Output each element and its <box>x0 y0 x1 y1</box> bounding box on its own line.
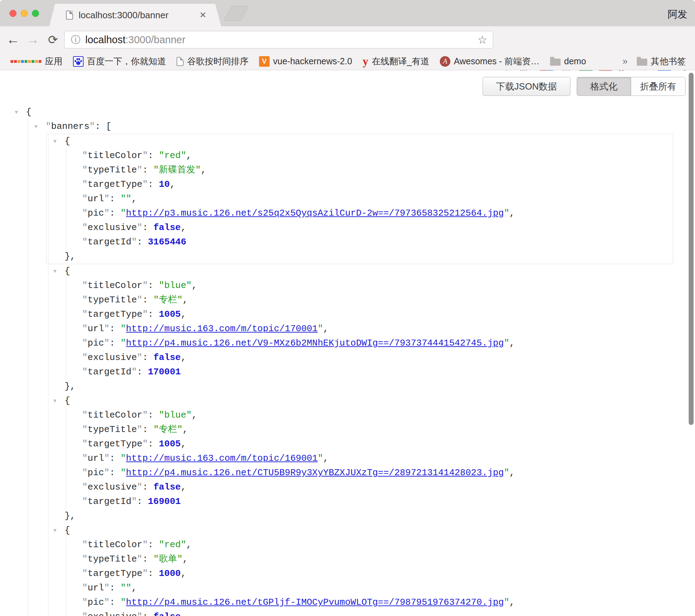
tab-title: localhost:3000/banner <box>79 10 168 21</box>
json-token-s: "red" <box>159 539 186 550</box>
browser-tab[interactable]: localhost:3000/banner ✕ <box>49 4 221 26</box>
json-token-q: " <box>137 352 143 363</box>
scrollbar-thumb[interactable] <box>689 73 694 425</box>
bookmark-google-sort[interactable]: 谷歌按时间排序 <box>177 55 249 67</box>
json-token-s: " <box>318 323 323 334</box>
json-token-k: pic <box>88 467 104 478</box>
json-token-k: typeTitle <box>88 554 137 564</box>
json-line: "pic": "http://p3.music.126.net/s25q2x5Q… <box>82 206 673 221</box>
json-token-p: : <box>143 554 153 564</box>
json-line: }, <box>65 379 695 394</box>
new-tab-button[interactable] <box>223 6 249 21</box>
json-token-q: " <box>82 467 88 478</box>
json-link[interactable]: http://p4.music.126.net/V9-MXz6b2MNhEKju… <box>126 338 504 348</box>
json-token-q: " <box>104 194 110 204</box>
json-link[interactable]: http://music.163.com/m/topic/169001 <box>126 453 318 464</box>
json-array-item-highlighted: ▼{"titleColor": "red","typeTitle": "新碟首发… <box>46 134 673 264</box>
json-token-k: pic <box>88 208 104 218</box>
json-link[interactable]: http://p4.music.126.net/CTU5B9R9y3XyYBZX… <box>126 467 504 478</box>
window-minimize-button[interactable] <box>21 10 28 17</box>
json-token-n: 10 <box>159 179 170 190</box>
url-text: localhost:3000/banner <box>85 34 185 46</box>
toolbar: ← → ⟳ ⓘ localhost:3000/banner ☆ 英 ⤴ en F… <box>0 26 695 53</box>
json-token-p: : <box>148 179 159 190</box>
collapse-toggle-icon[interactable]: ▼ <box>53 394 57 408</box>
json-token-p: , <box>181 222 186 233</box>
json-line: ▼{ <box>65 394 695 408</box>
page-icon <box>66 11 73 20</box>
json-token-p: : <box>143 165 153 175</box>
json-token-k: url <box>88 453 104 464</box>
window-close-button[interactable] <box>9 10 16 17</box>
json-link[interactable]: http://p4.music.126.net/tGPljf-IMOCyPvum… <box>126 597 504 608</box>
json-token-q: " <box>131 496 137 507</box>
bookmark-star-icon[interactable]: ☆ <box>477 33 487 46</box>
tab-bar: localhost:3000/banner ✕ 阿发 <box>0 0 695 26</box>
window-zoom-button[interactable] <box>32 10 39 17</box>
json-array-item: ▼{"titleColor": "blue","typeTitle": "专栏"… <box>46 264 695 394</box>
info-icon[interactable]: ⓘ <box>71 33 80 46</box>
json-token-q: " <box>82 208 88 218</box>
address-bar[interactable]: ⓘ localhost:3000/banner ☆ <box>64 31 493 48</box>
json-link[interactable]: http://p3.music.126.net/s25q2x5QyqsAzilC… <box>126 208 504 218</box>
json-token-k: titleColor <box>88 280 143 291</box>
awesomes-icon: A <box>440 56 450 67</box>
bookmark-apps[interactable]: 应用 <box>11 55 62 67</box>
tab-close-icon[interactable]: ✕ <box>199 10 206 20</box>
document-icon <box>177 57 184 66</box>
json-token-k: exclusive <box>88 611 137 616</box>
json-line: "titleColor": "blue", <box>82 408 695 422</box>
json-token-p: , <box>181 352 186 363</box>
json-token-s: " <box>120 323 126 334</box>
json-token-k: titleColor <box>88 410 143 420</box>
json-line: "url": "http://music.163.com/m/topic/170… <box>82 322 695 336</box>
json-token-s: "歌单" <box>153 554 183 564</box>
json-token-n: 170001 <box>148 367 181 377</box>
json-line: "titleColor": "red", <box>82 538 695 552</box>
json-token-k: banners <box>51 121 90 132</box>
json-link[interactable]: http://music.163.com/m/topic/170001 <box>126 323 318 334</box>
bookmark-baidu[interactable]: 百度一下，你就知道 <box>73 55 166 67</box>
json-token-p: { <box>65 525 70 536</box>
other-bookmarks-folder[interactable]: 其他书签 <box>637 55 686 67</box>
json-token-k: pic <box>88 597 104 608</box>
json-token-q: " <box>82 352 88 363</box>
json-token-q: " <box>143 309 148 320</box>
json-token-s: "" <box>120 194 131 204</box>
collapse-toggle-icon[interactable]: ▼ <box>15 105 18 120</box>
url-path: :3000/banner <box>125 34 185 45</box>
json-token-p: : <box>137 367 148 377</box>
json-token-k: url <box>88 323 104 334</box>
json-token-n: 1005 <box>159 439 180 449</box>
back-icon[interactable]: ← <box>5 26 21 53</box>
json-token-p: : <box>148 439 159 449</box>
bookmark-youdao[interactable]: y 在线翻译_有道 <box>363 55 429 68</box>
json-token-p: , <box>509 338 515 348</box>
json-token-k: exclusive <box>88 222 137 233</box>
json-token-p: : <box>148 150 159 161</box>
bookmark-vue-hackernews[interactable]: V vue-hackernews-2.0 <box>259 56 352 67</box>
json-token-q: " <box>137 424 143 435</box>
json-token-q: " <box>143 280 148 291</box>
json-tree: ▼{▼"banners": [▼{"titleColor": "red","ty… <box>0 105 695 616</box>
collapse-toggle-icon[interactable]: ▼ <box>53 524 57 538</box>
json-line: "typeTitle": "新碟首发", <box>82 163 673 177</box>
bookmarks-overflow-icon[interactable]: » <box>623 56 628 67</box>
json-token-q: " <box>82 309 88 320</box>
collapse-toggle-icon[interactable]: ▼ <box>53 264 57 279</box>
json-token-s: " <box>120 467 126 478</box>
json-token-p: : <box>148 410 159 420</box>
bookmark-awesomes[interactable]: A Awesomes - 前端资… <box>440 55 540 67</box>
browser-user-name: 阿发 <box>668 8 687 21</box>
reload-icon[interactable]: ⟳ <box>45 26 61 53</box>
json-line: "targetType": 10, <box>82 177 673 192</box>
collapse-toggle-icon[interactable]: ▼ <box>53 135 57 149</box>
download-json-button[interactable]: 下载JSON数据 <box>483 77 570 96</box>
format-button[interactable]: 格式化 <box>577 77 631 96</box>
bookmark-demo-folder[interactable]: demo <box>550 56 586 66</box>
collapse-all-button[interactable]: 折叠所有 <box>631 77 685 96</box>
collapse-toggle-icon[interactable]: ▼ <box>34 120 38 134</box>
json-token-p: }, <box>65 251 75 262</box>
json-token-s: "专栏" <box>153 424 183 435</box>
json-token-s: " <box>120 338 126 348</box>
